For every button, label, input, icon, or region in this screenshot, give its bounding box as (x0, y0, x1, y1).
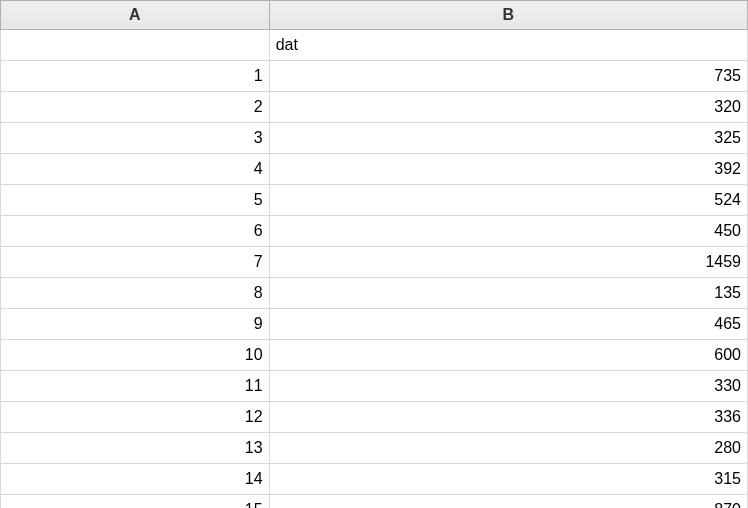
cell-b[interactable]: 315 (269, 464, 747, 495)
cell-a[interactable]: 2 (1, 92, 270, 123)
cell-b[interactable]: 135 (269, 278, 747, 309)
table-row: 13280 (1, 433, 748, 464)
table-row: 12336 (1, 402, 748, 433)
table-row: 4392 (1, 154, 748, 185)
cell-b[interactable]: 735 (269, 61, 747, 92)
column-header-a[interactable]: A (1, 1, 270, 30)
cell-a[interactable]: 1 (1, 61, 270, 92)
cell-a[interactable]: 15 (1, 495, 270, 509)
table-row: 15870 (1, 495, 748, 509)
cell-b[interactable]: 465 (269, 309, 747, 340)
cell-b[interactable]: 600 (269, 340, 747, 371)
cell-b[interactable]: 336 (269, 402, 747, 433)
cell-a[interactable]: 14 (1, 464, 270, 495)
table-row: 71459 (1, 247, 748, 278)
cell-b[interactable]: 280 (269, 433, 747, 464)
cell-a[interactable]: 7 (1, 247, 270, 278)
cell-b[interactable]: 320 (269, 92, 747, 123)
cell-a[interactable] (1, 30, 270, 61)
cell-a[interactable]: 9 (1, 309, 270, 340)
cell-b[interactable]: 524 (269, 185, 747, 216)
cell-b[interactable]: 870 (269, 495, 747, 509)
cell-b[interactable]: 1459 (269, 247, 747, 278)
cell-a[interactable]: 12 (1, 402, 270, 433)
cell-b[interactable]: dat (269, 30, 747, 61)
column-header-b[interactable]: B (269, 1, 747, 30)
cell-a[interactable]: 3 (1, 123, 270, 154)
table-row: 3325 (1, 123, 748, 154)
table-row: 11330 (1, 371, 748, 402)
cell-b[interactable]: 450 (269, 216, 747, 247)
spreadsheet-grid[interactable]: A B dat173523203325439255246450714598135… (0, 0, 748, 508)
table-row: 14315 (1, 464, 748, 495)
table-row: 1735 (1, 61, 748, 92)
table-row: dat (1, 30, 748, 61)
cell-b[interactable]: 325 (269, 123, 747, 154)
cell-b[interactable]: 392 (269, 154, 747, 185)
cell-a[interactable]: 5 (1, 185, 270, 216)
cell-a[interactable]: 13 (1, 433, 270, 464)
table-row: 5524 (1, 185, 748, 216)
table-row: 8135 (1, 278, 748, 309)
cell-a[interactable]: 8 (1, 278, 270, 309)
column-header-row: A B (1, 1, 748, 30)
table-row: 9465 (1, 309, 748, 340)
cell-a[interactable]: 4 (1, 154, 270, 185)
cell-a[interactable]: 11 (1, 371, 270, 402)
table-row: 10600 (1, 340, 748, 371)
cell-a[interactable]: 6 (1, 216, 270, 247)
table-row: 6450 (1, 216, 748, 247)
table-row: 2320 (1, 92, 748, 123)
cell-a[interactable]: 10 (1, 340, 270, 371)
cell-b[interactable]: 330 (269, 371, 747, 402)
